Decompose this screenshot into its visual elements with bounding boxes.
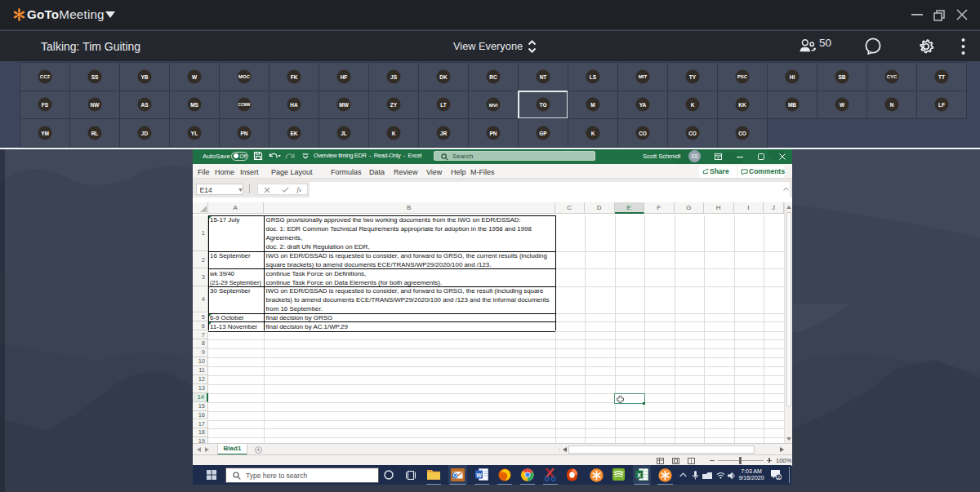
svg-text:O: O (452, 472, 457, 478)
svg-text:X: X (637, 472, 641, 478)
svg-text:W: W (476, 472, 482, 478)
